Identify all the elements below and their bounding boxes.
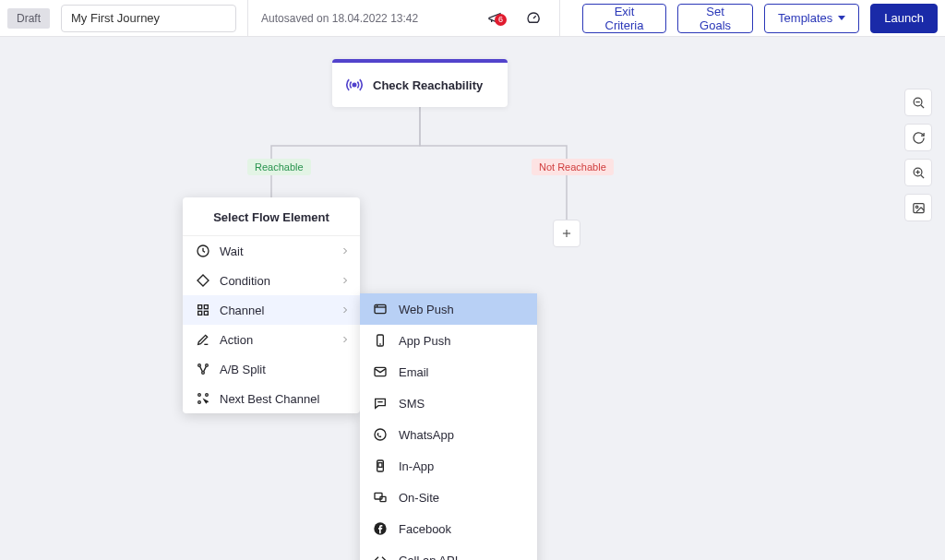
svg-rect-23 [375, 304, 386, 313]
menu-item-label: Condition [220, 274, 270, 288]
svg-point-19 [202, 372, 205, 375]
menu-item-channel[interactable]: Channel [183, 295, 360, 325]
browser-icon [373, 302, 388, 316]
menu-item-wait[interactable]: Wait [183, 236, 360, 266]
plus-icon [560, 227, 573, 240]
svg-rect-16 [204, 311, 208, 315]
channel-whatsapp[interactable]: WhatsApp [360, 419, 537, 450]
mobile-icon [373, 333, 388, 348]
chevron-right-icon [340, 245, 351, 256]
submenu-label: Call an API [399, 554, 458, 561]
flow-element-menu: Select Flow Element Wait Condition Chann… [183, 197, 360, 413]
svg-point-30 [375, 429, 386, 440]
check-reachability-node[interactable]: Check Reachability [332, 59, 508, 107]
star-nodes-icon [196, 391, 210, 406]
submenu-label: On-Site [399, 491, 439, 505]
caret-down-icon [838, 16, 845, 20]
svg-point-20 [198, 394, 201, 397]
branch-reachable-label: Reachable [247, 159, 311, 175]
chat-icon [373, 396, 388, 411]
zoom-in-button[interactable] [904, 159, 932, 186]
submenu-label: App Push [399, 334, 450, 348]
channel-on-site[interactable]: On-Site [360, 482, 537, 513]
templates-dropdown[interactable]: Templates [764, 4, 859, 33]
menu-item-condition[interactable]: Condition [183, 266, 360, 295]
add-step-button[interactable] [553, 220, 580, 247]
image-icon [912, 201, 926, 215]
menu-item-label: Action [220, 333, 253, 347]
diamond-icon [196, 273, 210, 288]
menu-item-ab-split[interactable]: A/B Split [183, 354, 360, 384]
channel-submenu: Web Push App Push Email SMS WhatsApp In-… [360, 293, 537, 560]
svg-point-21 [206, 394, 209, 397]
speed-button[interactable] [520, 11, 548, 26]
clock-icon [196, 244, 210, 258]
code-icon [373, 553, 388, 560]
pencil-icon [196, 332, 210, 347]
svg-point-22 [198, 401, 201, 404]
gauge-icon [526, 11, 541, 26]
topbar-divider [559, 0, 560, 37]
branch-not-reachable-label: Not Reachable [532, 159, 614, 175]
grid-icon [196, 303, 210, 317]
submenu-label: Web Push [399, 303, 454, 316]
exit-criteria-button[interactable]: Exit Criteria [582, 4, 666, 33]
menu-item-next-best-channel[interactable]: Next Best Channel [183, 384, 360, 413]
in-app-icon [373, 459, 388, 473]
menu-item-label: Channel [220, 304, 264, 317]
templates-label: Templates [778, 11, 832, 25]
submenu-label: Email [399, 365, 429, 379]
set-goals-button[interactable]: Set Goals [677, 4, 753, 33]
node-title: Check Reachability [373, 78, 483, 92]
svg-point-9 [353, 83, 355, 86]
chevron-right-icon [340, 304, 351, 316]
svg-rect-15 [198, 311, 202, 315]
facebook-icon [373, 521, 388, 536]
export-image-button[interactable] [904, 194, 932, 221]
menu-header: Select Flow Element [183, 197, 360, 236]
submenu-label: SMS [399, 397, 425, 411]
channel-email[interactable]: Email [360, 356, 537, 387]
svg-point-17 [198, 364, 201, 367]
channel-sms[interactable]: SMS [360, 387, 537, 419]
chevron-right-icon [340, 275, 351, 286]
zoom-out-button[interactable] [904, 89, 932, 116]
mail-icon [373, 364, 388, 379]
menu-item-label: Next Best Channel [220, 392, 319, 406]
channel-in-app[interactable]: In-App [360, 450, 537, 482]
menu-item-label: A/B Split [220, 363, 266, 376]
chevron-right-icon [340, 334, 351, 345]
menu-item-label: Wait [220, 244, 244, 258]
zoom-out-icon [912, 96, 926, 110]
submenu-label: In-App [399, 459, 434, 473]
split-icon [196, 362, 210, 376]
svg-rect-33 [375, 493, 382, 499]
svg-point-8 [915, 206, 918, 209]
topbar: Draft Autosaved on 18.04.2022 13:42 6 Ex… [0, 0, 945, 37]
submenu-label: Facebook [399, 522, 451, 536]
zoom-in-icon [912, 166, 926, 180]
svg-rect-32 [378, 463, 382, 468]
channel-web-push[interactable]: Web Push [360, 293, 537, 325]
svg-line-2 [921, 105, 924, 108]
svg-point-18 [206, 364, 209, 367]
refresh-icon [912, 131, 926, 145]
journey-canvas[interactable]: Check Reachability Reachable Not Reachab… [0, 37, 945, 560]
on-site-icon [373, 490, 388, 505]
channel-app-push[interactable]: App Push [360, 325, 537, 356]
canvas-controls [904, 89, 932, 221]
notifications-button[interactable]: 6 [480, 11, 508, 26]
notification-count-badge: 6 [495, 14, 507, 26]
channel-call-api[interactable]: Call an API [360, 544, 537, 560]
journey-title-input[interactable] [61, 5, 236, 32]
signal-icon [345, 76, 364, 94]
svg-rect-14 [204, 305, 208, 309]
draft-status-badge: Draft [7, 8, 50, 29]
svg-rect-13 [198, 305, 202, 309]
autosave-timestamp: Autosaved on 18.04.2022 13:42 [247, 0, 469, 37]
whatsapp-icon [373, 427, 388, 442]
reset-view-button[interactable] [904, 124, 932, 151]
menu-item-action[interactable]: Action [183, 325, 360, 354]
launch-button[interactable]: Launch [870, 4, 938, 33]
channel-facebook[interactable]: Facebook [360, 513, 537, 544]
